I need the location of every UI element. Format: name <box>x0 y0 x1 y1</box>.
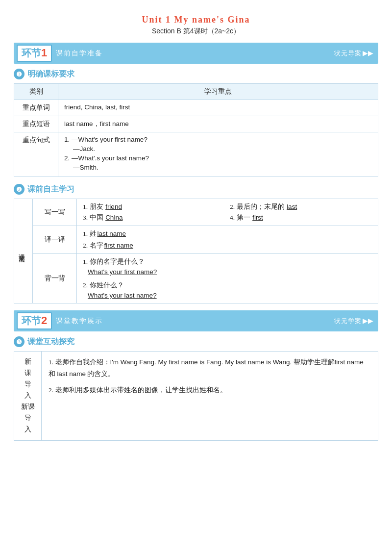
step3-title: 课堂互动探究 <box>27 337 74 347</box>
main-title: Unit 1 My name's Gina <box>14 15 378 25</box>
content-sentences: 1. —What's your first name? —Jack. 2. —W… <box>58 132 378 177</box>
step3-bar: ❸ 课堂互动探究 <box>14 336 378 347</box>
step1-bar: ❶ 明确课标要求 <box>14 69 378 79</box>
section2-right-label: 状元 <box>334 317 348 326</box>
new-lesson-table: 新课导入 新课导入 1. 老师作自我介绍：I'm Wang Fang. My f… <box>14 351 378 441</box>
section2-right-label2: 学案 <box>348 317 362 326</box>
content-words: friend, China, last, first <box>58 100 378 116</box>
new-lesson-item2: 2. 老师利用多媒体出示带姓名的图像，让学生找出姓和名。 <box>49 384 371 396</box>
list-item: 1. 你的名字是什么？ <box>83 257 372 266</box>
step2-circle: ❷ <box>14 184 24 195</box>
sub-title: Section B 第4课时（2a~2c） <box>14 27 378 36</box>
step2-title: 课前自主学习 <box>27 184 74 195</box>
section1-number-box: 环节1 <box>17 45 52 62</box>
preview-row-recite: 背一背 1. 你的名字是什么？ What's your first name? … <box>14 254 378 303</box>
subsection3-label: 背一背 <box>45 275 65 282</box>
table-row: 重点短语 last name，first name <box>14 116 378 132</box>
preview-row-translate: 译一译 1. 姓last name 2. 名字first name <box>14 226 378 254</box>
section2-label: 课堂教学展示 <box>56 317 103 326</box>
category-sentences: 重点句式 <box>14 132 58 177</box>
list-item: What's your first name? <box>83 268 372 276</box>
write-grid: 1. 朋友 friend 2. 最后的；末尾的last 3. 中国China 4… <box>83 202 372 222</box>
list-item: 2. 名字first name <box>83 241 372 250</box>
section1-arrow-icon: ▶▶ <box>363 49 373 57</box>
list-item: 3. 中国China <box>83 213 225 222</box>
section1-right-label: 状元 <box>334 49 348 58</box>
list-item: 2. 你姓什么？ <box>83 281 372 290</box>
list-item: 1. 朋友 friend <box>83 202 225 211</box>
subsection2-label: 译一译 <box>45 236 65 243</box>
table-row: 重点单词 friend, China, last, first <box>14 100 378 116</box>
content-phrases: last name，first name <box>58 116 378 132</box>
list-item: What's your last name? <box>83 292 372 300</box>
list-item: 1. 姓last name <box>83 229 372 238</box>
col2-header: 学习重点 <box>58 84 378 100</box>
sentence1-num: 1. <box>64 136 70 143</box>
list-item: 4. 第一first <box>230 213 372 222</box>
step1-title: 明确课标要求 <box>27 69 74 79</box>
section2-arrow-icon: ▶▶ <box>363 317 373 325</box>
step1-circle: ❶ <box>14 69 24 79</box>
preview-table: 课前预习 写一写 1. 朋友 friend 2. 最后的；末尾的last 3. … <box>14 199 378 303</box>
sentence2-num: 2. <box>64 154 70 162</box>
new-lesson-category: 新课导入 <box>18 356 37 402</box>
col1-header: 类别 <box>14 84 58 100</box>
step3-circle: ❸ <box>14 336 24 347</box>
standards-table: 类别 学习重点 重点单词 friend, China, last, first … <box>14 83 378 177</box>
section2-number-box: 环节2 <box>17 312 52 329</box>
new-lesson-row: 新课导入 新课导入 1. 老师作自我介绍：I'm Wang Fang. My f… <box>14 352 378 441</box>
category-words: 重点单词 <box>14 100 58 116</box>
new-lesson-category-text: 新课导入 <box>18 402 37 435</box>
preview-row: 课前预习 写一写 1. 朋友 friend 2. 最后的；末尾的last 3. … <box>14 199 378 226</box>
table-row-sentences: 重点句式 1. —What's your first name? —Jack. … <box>14 132 378 177</box>
list-item: 2. 最后的；末尾的last <box>230 202 372 211</box>
section1-bar: 环节1 课前自学准备 状元 导案 ▶▶ <box>14 43 378 64</box>
section2-bar: 环节2 课堂教学展示 状元 学案 ▶▶ <box>14 310 378 331</box>
subsection1-label: 写一写 <box>45 208 65 216</box>
section1-right-label2: 导案 <box>348 49 362 58</box>
section1-label: 课前自学准备 <box>56 49 103 58</box>
step2-bar: ❷ 课前自主学习 <box>14 184 378 195</box>
category-phrases: 重点短语 <box>14 116 58 132</box>
preview-category-label: 课前预习 <box>14 249 29 253</box>
new-lesson-item1: 1. 老师作自我介绍：I'm Wang Fang. My first name … <box>49 356 371 380</box>
